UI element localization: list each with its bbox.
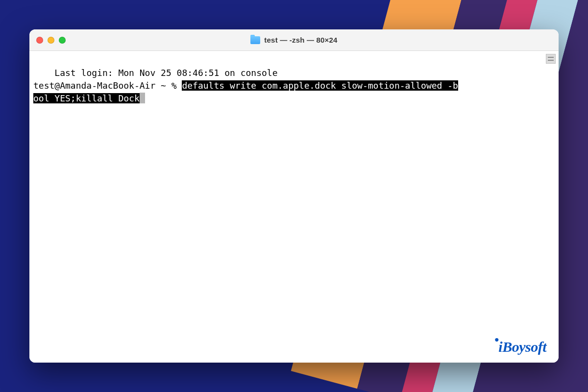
traffic-lights [36, 37, 66, 44]
shell-prompt: test@Amanda-MacBook-Air ~ % [33, 80, 182, 91]
command-text-selected[interactable]: ool YES;killall Dock [33, 93, 140, 103]
minimize-icon[interactable] [48, 37, 54, 44]
zoom-icon[interactable] [59, 37, 66, 44]
command-text-selected[interactable]: defaults write com.apple.dock slow-motio… [182, 80, 458, 91]
cursor-icon [140, 93, 145, 103]
scrollbar-thumb-icon[interactable] [546, 54, 556, 64]
folder-icon [250, 36, 260, 44]
window-title: test — -zsh — 80×24 [264, 36, 337, 44]
window-titlebar[interactable]: test — -zsh — 80×24 [29, 29, 559, 51]
terminal-window: test — -zsh — 80×24 Last login: Mon Nov … [29, 29, 559, 363]
last-login-line: Last login: Mon Nov 25 08:46:51 on conso… [54, 68, 277, 78]
terminal-viewport[interactable]: Last login: Mon Nov 25 08:46:51 on conso… [29, 51, 559, 363]
window-title-group: test — -zsh — 80×24 [29, 36, 559, 44]
close-icon[interactable] [36, 37, 43, 44]
